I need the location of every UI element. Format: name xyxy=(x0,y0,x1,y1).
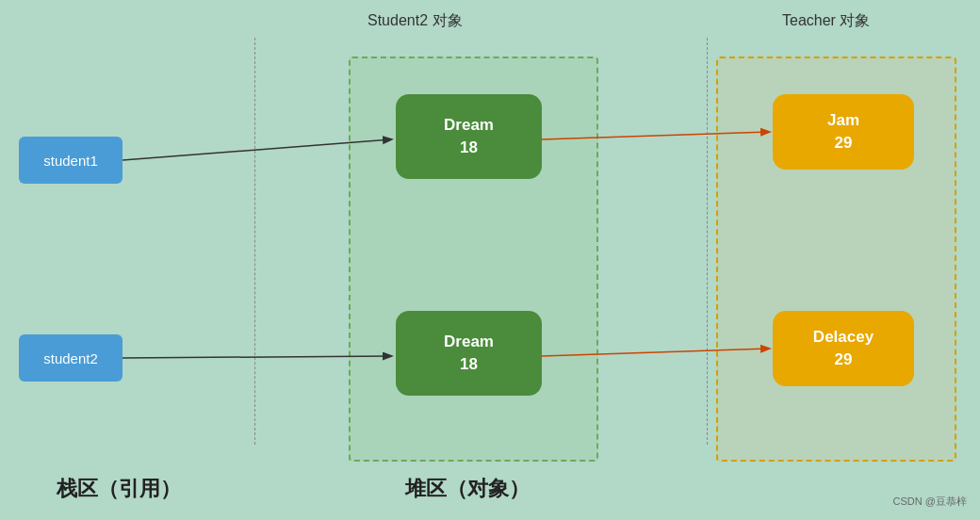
divider-right xyxy=(707,38,708,445)
teacher2-box: Delacey 29 xyxy=(773,311,914,386)
student1-box: student1 xyxy=(19,137,122,184)
teacher1-box: Jam 29 xyxy=(773,94,914,170)
student2-label: Student2 对象 xyxy=(368,11,463,31)
dream1-box: Dream 18 xyxy=(396,94,542,179)
student2-box: student2 xyxy=(19,334,122,382)
stack-label: 栈区（引用） xyxy=(57,475,181,503)
dream2-box: Dream 18 xyxy=(396,311,542,396)
teacher-label: Teacher 对象 xyxy=(782,11,870,31)
divider-left xyxy=(254,38,255,445)
heap-label: 堆区（对象） xyxy=(405,475,530,503)
diagram-container: Student2 对象 Teacher 对象 student1 student2… xyxy=(0,0,980,520)
watermark: CSDN @豆恭梓 xyxy=(893,495,967,509)
